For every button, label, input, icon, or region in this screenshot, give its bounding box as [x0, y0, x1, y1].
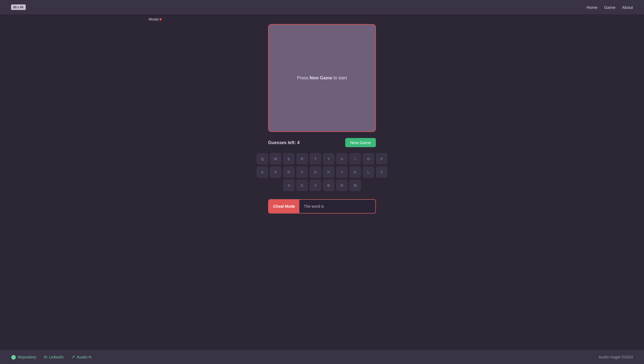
nav-about[interactable]: About: [622, 5, 633, 10]
new-game-button[interactable]: New Game: [345, 138, 376, 147]
key-h[interactable]: H: [323, 167, 334, 178]
footer-linkedin-label: LinkedIn: [49, 355, 64, 359]
key-v[interactable]: V: [310, 180, 321, 191]
nav-logo: 80 x 80: [11, 4, 26, 10]
key-q[interactable]: Q: [257, 153, 268, 164]
github-icon: ⬤: [11, 354, 16, 360]
footer-austin-label: Austin H.: [77, 355, 92, 359]
cheat-mode-word-text: The word is: [299, 204, 328, 209]
key-y[interactable]: Y: [323, 153, 334, 164]
key-m[interactable]: M: [350, 180, 361, 191]
key-t[interactable]: T: [310, 153, 321, 164]
game-controls: Guesses left: 4 New Game: [268, 138, 376, 147]
key-i[interactable]: I: [350, 153, 361, 164]
key-s[interactable]: S: [270, 167, 281, 178]
nav-home[interactable]: Home: [587, 5, 598, 10]
key-u[interactable]: U: [336, 153, 347, 164]
linkedin-icon: in: [44, 355, 47, 360]
cheat-mode-bar: Cheat Mode The word is: [268, 199, 376, 214]
game-board-message: Press New Game to start: [297, 76, 347, 80]
footer-linkedin-link[interactable]: in LinkedIn: [44, 355, 64, 360]
key-b[interactable]: B: [323, 180, 334, 191]
game-board: Press New Game to start: [268, 24, 376, 132]
key-o[interactable]: O: [363, 153, 374, 164]
nav-links: Home Game About: [587, 5, 633, 10]
external-link-icon: ↗: [71, 354, 75, 360]
key-x[interactable]: X: [283, 180, 294, 191]
key-l[interactable]: L: [363, 167, 374, 178]
keyboard: Q W E R T Y U I O P A S D F G H J K L Z …: [257, 153, 387, 191]
key-r[interactable]: R: [297, 153, 308, 164]
key-w[interactable]: W: [270, 153, 281, 164]
modal-label: Modal: [149, 17, 644, 21]
footer-copyright: Austin Hagel ©2024: [598, 355, 633, 359]
key-d[interactable]: D: [283, 167, 294, 178]
key-n[interactable]: N: [336, 180, 347, 191]
key-f[interactable]: F: [297, 167, 308, 178]
guesses-left: Guesses left: 4: [268, 140, 300, 145]
key-z[interactable]: Z: [376, 167, 387, 178]
keyboard-row-1: Q W E R T Y U I O P: [257, 153, 387, 164]
footer-repo-label: Repository: [18, 355, 36, 359]
key-j[interactable]: J: [336, 167, 347, 178]
footer: ⬤ Repository in LinkedIn ↗ Austin H. Aus…: [0, 350, 644, 364]
footer-links: ⬤ Repository in LinkedIn ↗ Austin H.: [11, 354, 92, 360]
footer-repo-link[interactable]: ⬤ Repository: [11, 354, 36, 360]
key-k[interactable]: K: [350, 167, 361, 178]
navbar: 80 x 80 Home Game About: [0, 0, 644, 14]
key-e[interactable]: E: [283, 153, 294, 164]
modal-dot: [159, 18, 162, 20]
cheat-mode-button[interactable]: Cheat Mode: [269, 200, 299, 213]
main-content: Press New Game to start Guesses left: 4 …: [0, 21, 644, 350]
key-c[interactable]: C: [297, 180, 308, 191]
footer-austin-link[interactable]: ↗ Austin H.: [71, 354, 92, 360]
key-p[interactable]: P: [376, 153, 387, 164]
key-g[interactable]: G: [310, 167, 321, 178]
keyboard-row-2: A S D F G H J K L Z: [257, 167, 387, 178]
key-a[interactable]: A: [257, 167, 268, 178]
nav-game[interactable]: Game: [604, 5, 616, 10]
keyboard-row-3: X C V B N M: [283, 180, 361, 191]
